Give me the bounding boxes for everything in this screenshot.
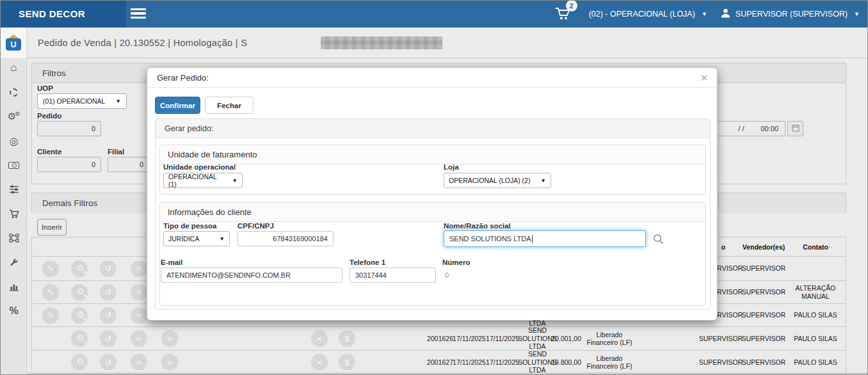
cell-situacao: Liberado Financeiro (LF) xyxy=(581,351,638,374)
chart-icon[interactable] xyxy=(1,279,27,294)
search-icon[interactable] xyxy=(71,260,88,277)
unit-selector-dropdown[interactable]: (02) - OPERACIONAL (LOJA) ▼ xyxy=(589,10,707,19)
cpf-cnpj-input[interactable]: 67843169000184 xyxy=(237,231,334,246)
unidade-operacional-value: OPERACIONAL (1) xyxy=(168,173,226,188)
close-icon[interactable]: × xyxy=(701,72,707,83)
app-brand[interactable]: SEND DECOR xyxy=(1,1,126,28)
history-icon[interactable]: ↺ xyxy=(100,260,117,277)
pencil-icon[interactable]: ✎ xyxy=(42,307,59,324)
email-label: E-mail xyxy=(161,259,183,266)
modal-title: Gerar Pedido: xyxy=(157,73,209,83)
menu-icon[interactable]: ≡ xyxy=(131,260,147,277)
user-menu-dropdown[interactable]: SUPERVISOR (SUPERVISOR) ▼ xyxy=(720,8,860,20)
cliente-input[interactable]: 0 xyxy=(37,157,101,172)
email-value: ATENDIMENTO@SENDINFO.COM.BR xyxy=(166,271,291,279)
history-icon[interactable]: ↺ xyxy=(100,330,117,347)
date-value: / / xyxy=(738,125,744,132)
time-value: 00:00 xyxy=(760,125,778,132)
target-icon[interactable]: ◎ xyxy=(1,133,27,148)
box-icon[interactable] xyxy=(1,230,27,246)
hamburger-icon[interactable] xyxy=(131,8,146,20)
confirmar-button[interactable]: Confirmar xyxy=(155,97,200,114)
cell-contato: PAULO SILAS xyxy=(794,304,837,326)
gerar-pedido-panel: Gerar pedido: Unidade de faturamento Uni… xyxy=(155,118,711,310)
tipo-pessoa-select[interactable]: JURÍDICA ▼ xyxy=(163,231,230,246)
search-icon[interactable] xyxy=(71,284,88,301)
search-icon[interactable] xyxy=(71,307,88,324)
gerar-pedido-panel-title: Gerar pedido: xyxy=(156,119,710,138)
tipo-pessoa-label: Tipo de pessoa xyxy=(163,222,217,230)
percent-icon[interactable]: % xyxy=(1,303,27,319)
gerar-pedido-modal: Gerar Pedido: × Confirmar Fechar Gerar p… xyxy=(147,67,718,321)
calendar-icon xyxy=(792,123,800,134)
breadcrumb-bar: U Pedido de Venda | 20.130552 | Homologa… xyxy=(1,28,867,58)
menu-icon[interactable]: ≡ xyxy=(161,354,178,371)
unidade-operacional-label: Unidade operacional xyxy=(163,163,236,171)
pencil-icon[interactable]: ✎ xyxy=(42,284,59,301)
cpf-cnpj-value: 67843169000184 xyxy=(273,235,328,243)
telefone1-value: 30317444 xyxy=(355,271,387,279)
app-logo[interactable]: U xyxy=(1,28,27,58)
menu-icon[interactable]: ≡ xyxy=(131,307,147,324)
fechar-button[interactable]: Fechar xyxy=(205,97,253,114)
table-row: ↺≡≡×$200162717/11/202517/11/2025SEND SOL… xyxy=(32,350,846,374)
horizontal-scrollbar[interactable] xyxy=(27,372,868,375)
cell-vendedor: SUPERVISOR xyxy=(746,351,782,374)
unidade-operacional-select[interactable]: OPERACIONAL (1) ▼ xyxy=(163,173,243,188)
cart-button[interactable]: 2 xyxy=(554,6,576,23)
cell-usuario: SUPERVISOR xyxy=(703,351,739,374)
cell-vendedor: SUPERVISOR xyxy=(746,327,782,350)
spinner-icon[interactable] xyxy=(1,84,27,100)
x-icon[interactable]: × xyxy=(311,330,328,347)
menu-icon[interactable]: ≡ xyxy=(131,330,147,347)
cell-data_emissao: 17/11/2025 xyxy=(453,327,486,350)
chevron-down-icon: ▼ xyxy=(534,177,546,184)
pedido-input-value: 0 xyxy=(92,125,95,132)
email-input[interactable]: ATENDIMENTO@SENDINFO.COM.BR xyxy=(161,267,342,283)
home-icon[interactable]: ⌂ xyxy=(1,60,27,76)
chevron-down-icon: ▼ xyxy=(213,235,225,242)
gears-icon[interactable]: ⚙⚙ xyxy=(1,109,27,124)
uop-select[interactable]: (01) OPERACIONAL ▼ xyxy=(37,93,127,109)
menu-icon[interactable]: ≡ xyxy=(131,284,147,301)
cell-valor: 20.001,00 xyxy=(544,327,581,350)
calendar-button[interactable] xyxy=(787,121,803,136)
history-icon[interactable]: ↺ xyxy=(100,354,117,371)
history-icon[interactable]: ↺ xyxy=(100,307,117,324)
cell-pedido: 2001627 xyxy=(411,351,453,374)
cart-icon[interactable] xyxy=(1,206,27,221)
menu-icon[interactable]: ≡ xyxy=(161,330,178,347)
logo-icon: U xyxy=(5,35,22,51)
search-icon[interactable] xyxy=(71,330,88,347)
pedido-input[interactable]: 0 xyxy=(37,121,101,136)
dollar-icon[interactable]: $ xyxy=(339,330,355,347)
cell-contato: ALTERAÇÃO MANUAL xyxy=(794,281,837,303)
numero-value: 0 xyxy=(445,271,449,279)
unit-selector-label: (02) - OPERACIONAL (LOJA) xyxy=(589,10,695,19)
unidade-faturamento-title: Unidade de faturamento xyxy=(160,145,705,164)
loja-value: OPERACIONAL (LOJA) (2) xyxy=(449,177,530,184)
user-menu-label: SUPERVISOR (SUPERVISOR) xyxy=(735,10,848,19)
loja-select[interactable]: OPERACIONAL (LOJA) (2) ▼ xyxy=(444,173,551,188)
modal-header: Gerar Pedido: × xyxy=(147,68,717,88)
cliente-input-value: 0 xyxy=(92,161,95,168)
search-icon[interactable] xyxy=(652,233,664,248)
menu-icon[interactable]: ≡ xyxy=(131,354,147,371)
nome-razao-social-input[interactable]: SEND SOLUTIONS LTDA xyxy=(444,230,646,247)
pencil-icon[interactable]: ✎ xyxy=(42,260,59,277)
wrench-icon[interactable] xyxy=(1,255,27,270)
text-cursor xyxy=(532,235,533,243)
history-icon[interactable]: ↺ xyxy=(100,284,117,301)
table-row: ↺≡≡×$200162617/11/202517/11/2025SEND SOL… xyxy=(32,326,846,350)
money-icon[interactable] xyxy=(1,157,27,173)
telefone1-input[interactable]: 30317444 xyxy=(350,267,436,283)
filial-label: Filial xyxy=(108,148,124,156)
x-icon[interactable]: × xyxy=(311,354,328,371)
cell-pedido: 2001626 xyxy=(411,327,453,350)
sliders-icon[interactable] xyxy=(1,182,27,197)
search-icon[interactable] xyxy=(71,354,88,371)
filial-input-value: 0 xyxy=(140,161,143,168)
dollar-icon[interactable]: $ xyxy=(339,354,355,371)
cell-vendedor: SUPERVISOR xyxy=(746,304,782,326)
inserir-button[interactable]: Inserir xyxy=(37,219,67,235)
